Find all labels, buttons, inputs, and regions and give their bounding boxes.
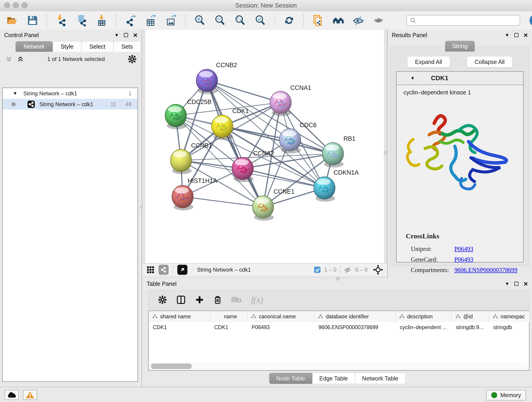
edge-CCNB2-CCNE1[interactable]	[207, 80, 263, 207]
node-CCNA1[interactable]: CCNA1	[270, 84, 311, 116]
node-CCNB2[interactable]: CCNB2	[196, 62, 237, 94]
collapse-panel-icon[interactable]: ▼	[505, 281, 510, 287]
gene-card-header[interactable]: ▼ CDK1	[397, 72, 523, 85]
float-panel-icon[interactable]	[514, 33, 519, 37]
collapse-all-icon[interactable]	[5, 55, 13, 63]
right-splitter-handle[interactable]	[384, 151, 387, 154]
column-header-namespac[interactable]: namespac	[489, 311, 530, 322]
crosslink-row: Compartments:9606.ENSP00000378699	[406, 265, 517, 275]
tab-network[interactable]: Network	[16, 41, 53, 52]
node-HIST1H1A[interactable]: HIST1H1A	[172, 177, 217, 211]
tab-style[interactable]: Style	[53, 41, 82, 52]
network-row[interactable]: String Network – cdk1 11 48	[3, 99, 138, 109]
export-table-button[interactable]	[145, 14, 157, 26]
tab-select[interactable]: Select	[81, 41, 113, 52]
zoom-out-button[interactable]	[214, 14, 226, 26]
table-settings-gear-icon[interactable]	[158, 295, 167, 304]
network-collection-row[interactable]: ▼ String Network – cdk1 1	[3, 88, 138, 99]
scrollbar-thumb[interactable]	[151, 364, 192, 369]
warning-button[interactable]	[23, 390, 37, 400]
table-cell[interactable]: stringdb:9...	[452, 322, 489, 332]
column-header-name[interactable]: name	[210, 311, 247, 322]
close-panel-icon[interactable]: ×	[524, 33, 528, 37]
export-network-button[interactable]	[125, 14, 137, 26]
crosslink-label: Uniprot:	[406, 245, 454, 253]
detach-view-button[interactable]	[177, 265, 187, 275]
add-column-icon[interactable]	[195, 295, 204, 304]
refresh-icon	[283, 14, 295, 26]
table-row[interactable]: CDK1CDK1P064939606.ENSP00000378699cyclin…	[149, 322, 529, 332]
table-cell[interactable]: CDK1	[210, 322, 247, 332]
table-cell[interactable]: stringdb	[489, 322, 530, 332]
save-session-button[interactable]	[27, 14, 38, 26]
string-app-button[interactable]	[332, 14, 344, 26]
network-canvas[interactable]: CCNB2CCNA1CDC25BCDK1CDC6RB1CCNB1CCNA2CDK…	[145, 30, 384, 263]
collapse-panel-icon[interactable]: ▼	[505, 32, 510, 38]
share-view-button[interactable]	[158, 265, 169, 275]
refresh-button[interactable]	[283, 14, 295, 26]
collapse-gene-icon[interactable]: ▼	[410, 76, 415, 81]
float-panel-icon[interactable]	[124, 33, 128, 37]
tab-node-table[interactable]: Node Table	[269, 373, 312, 384]
zoom-fit-button[interactable]	[234, 14, 246, 26]
collapse-all-button[interactable]: Collapse All	[467, 56, 513, 68]
node-CDKN1A[interactable]: CDKN1A	[314, 169, 359, 202]
show-details-button[interactable]	[373, 14, 385, 26]
column-header-description[interactable]: description	[396, 311, 452, 322]
close-panel-icon[interactable]: ×	[524, 281, 528, 286]
selected-checkbox-icon[interactable]	[314, 266, 321, 274]
select-columns-icon[interactable]	[177, 295, 186, 304]
import-table-button[interactable]	[96, 14, 108, 26]
export-image-button[interactable]	[165, 14, 177, 26]
string-results-tab[interactable]: String	[445, 41, 475, 51]
zoom-in-button[interactable]	[194, 14, 206, 26]
edge-CCNB2-CCNA1[interactable]	[207, 80, 281, 102]
table-cell[interactable]: CDK1	[149, 322, 210, 332]
tree-expand-icon[interactable]: ▼	[13, 91, 17, 96]
tab-sets[interactable]: Sets	[114, 41, 141, 52]
edge-CCNA2-CDKN1A[interactable]	[243, 168, 324, 188]
node-label: CCNB2	[216, 62, 237, 69]
clone-network-button[interactable]	[312, 14, 324, 26]
tab-network-table[interactable]: Network Table	[355, 373, 405, 384]
hidden-eye-icon[interactable]	[343, 266, 352, 274]
column-header--id[interactable]: @id	[452, 311, 489, 322]
import-network-database-button[interactable]	[76, 14, 88, 26]
grid-view-icon[interactable]	[147, 266, 154, 274]
horizontal-splitter-handle[interactable]	[336, 277, 340, 281]
column-header-database-identifier[interactable]: database identifier	[314, 311, 396, 322]
help-button[interactable]: ?	[528, 14, 532, 26]
birdseye-crosshair-icon[interactable]	[373, 265, 383, 275]
collection-count: 1	[128, 90, 132, 97]
float-panel-icon[interactable]	[514, 282, 519, 286]
node-RB1[interactable]: RB1	[322, 135, 355, 167]
crosslink-link[interactable]: 9606.ENSP00000378699	[454, 267, 517, 274]
expand-all-button[interactable]: Expand All	[407, 56, 450, 68]
crosslink-link[interactable]: P06493	[454, 256, 473, 263]
edge-HIST1H1A-CCNE1[interactable]	[183, 197, 263, 207]
collapse-panel-icon[interactable]: ▼	[114, 32, 119, 38]
cloud-button[interactable]	[5, 390, 19, 400]
gear-icon[interactable]	[128, 55, 137, 64]
column-header-shared-name[interactable]: shared name	[149, 311, 210, 322]
search-input[interactable]	[406, 15, 520, 26]
delete-column-trash-icon[interactable]	[214, 295, 222, 304]
close-panel-icon[interactable]: ×	[133, 33, 138, 37]
hide-graphics-button[interactable]	[352, 14, 364, 26]
node-CCNE1[interactable]: CCNE1	[252, 188, 294, 221]
crosslink-link[interactable]: P06493	[454, 245, 473, 253]
open-session-button[interactable]	[6, 14, 18, 26]
table-cell[interactable]: cyclin–dependent ...	[396, 322, 452, 332]
shared-column-icon	[493, 314, 498, 319]
column-header-canonical-name[interactable]: canonical name	[247, 311, 314, 322]
edge-CDK1-RB1[interactable]	[222, 126, 333, 154]
zoom-selected-button[interactable]	[254, 14, 266, 26]
import-network-file-button[interactable]	[56, 14, 67, 26]
table-cell[interactable]: 9606.ENSP00000378699	[314, 322, 396, 332]
memory-button[interactable]: Memory	[486, 390, 526, 400]
table-cell[interactable]: P06493	[247, 322, 314, 332]
node-CCNB1[interactable]: CCNB1	[170, 142, 212, 174]
tab-edge-table[interactable]: Edge Table	[312, 373, 355, 384]
expand-all-icon[interactable]	[17, 55, 24, 63]
horizontal-scrollbar[interactable]	[149, 363, 529, 370]
